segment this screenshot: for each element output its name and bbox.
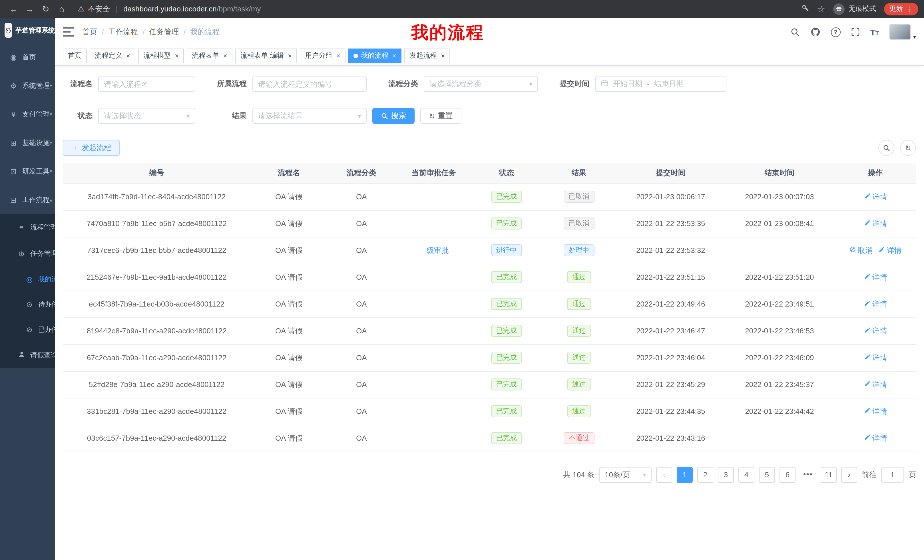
- goto-label: 前往: [862, 470, 877, 480]
- sidebar-item-home[interactable]: ◉ 首页: [0, 43, 55, 71]
- forward-icon[interactable]: →: [22, 2, 38, 16]
- sidebar-item-system[interactable]: ⚙ 系统管理 ▾: [0, 71, 55, 100]
- back-icon[interactable]: ←: [6, 2, 22, 16]
- detail-link[interactable]: 详情: [864, 299, 887, 309]
- sidebar-item-workflow[interactable]: ⊟ 工作流程 ▴: [0, 186, 55, 214]
- page-button-3[interactable]: 3: [718, 467, 734, 483]
- sidebar-toggle-icon[interactable]: [63, 27, 74, 36]
- sidebar-item-done-tasks[interactable]: ⊘ 已办任务: [0, 317, 55, 342]
- tab-6[interactable]: 我的流程×: [348, 48, 402, 63]
- status-badge: 通过: [567, 325, 591, 337]
- tab-4[interactable]: 流程表单-编辑×: [235, 48, 297, 63]
- goto-page-input[interactable]: [881, 467, 904, 483]
- result-cell: 通过: [540, 371, 617, 398]
- tab-0[interactable]: 首页: [63, 48, 87, 63]
- breadcrumb-task-management[interactable]: 任务管理: [149, 27, 179, 37]
- page-size-select[interactable]: 10条/页 ▾: [599, 467, 652, 483]
- status-badge: 通过: [567, 405, 591, 417]
- prev-page-button[interactable]: ‹: [656, 467, 672, 483]
- home-icon[interactable]: ⌂: [54, 2, 70, 16]
- status-select[interactable]: 请选择状态 ▾: [98, 108, 195, 124]
- tab-5[interactable]: 用户分组×: [300, 48, 345, 63]
- detail-link[interactable]: 详情: [864, 219, 887, 229]
- browser-menu-icon[interactable]: ⋮: [906, 5, 913, 13]
- more-pages-icon[interactable]: •••: [800, 467, 816, 483]
- process-name: OA 请假: [250, 317, 327, 344]
- process-category-select[interactable]: 请选择流程分类 ▾: [424, 76, 538, 92]
- close-icon[interactable]: ×: [392, 52, 396, 60]
- font-size-icon[interactable]: TT: [870, 27, 879, 37]
- incognito-icon: [833, 3, 844, 15]
- sidebar-item-leave-query[interactable]: 请假查询: [0, 342, 55, 368]
- search-icon[interactable]: [790, 27, 800, 37]
- fullscreen-icon[interactable]: [850, 27, 860, 36]
- detail-link[interactable]: 详情: [864, 379, 887, 389]
- tab-3[interactable]: 流程表单×: [187, 48, 232, 63]
- close-icon[interactable]: ×: [175, 52, 179, 60]
- status-badge: 通过: [567, 298, 591, 310]
- detail-link[interactable]: 详情: [878, 245, 902, 256]
- bookmark-star-icon[interactable]: ☆: [818, 4, 825, 14]
- sidebar-item-task-management[interactable]: ⊕ 任务管理 ▴: [0, 240, 55, 267]
- detail-link[interactable]: 详情: [864, 352, 887, 363]
- eye-icon: ⊙: [25, 300, 34, 308]
- address-bar[interactable]: dashboard.yudao.iocoder.cn/bpm/task/my: [123, 4, 261, 13]
- reset-button[interactable]: ↻ 重置: [420, 108, 461, 124]
- actions-cell: 详情: [835, 425, 916, 452]
- sidebar-item-process-management[interactable]: ≡ 流程管理 ▾: [0, 214, 55, 240]
- sidebar-item-payment[interactable]: ¥ 支付管理 ▾: [0, 100, 55, 129]
- close-icon[interactable]: ×: [336, 52, 340, 60]
- status-cell: 进行中: [472, 237, 540, 264]
- user-menu[interactable]: ▾: [889, 24, 916, 40]
- sidebar-item-devtools[interactable]: ⊡ 研发工具 ▾: [0, 157, 55, 186]
- cancel-link[interactable]: 取消: [849, 245, 873, 256]
- sidebar-item-infrastructure[interactable]: ⊞ 基础设施 ▾: [0, 129, 55, 157]
- update-button[interactable]: 更新 ⋮: [884, 3, 918, 15]
- tab-2[interactable]: 流程模型×: [138, 48, 184, 63]
- date-separator: -: [647, 79, 650, 88]
- status-badge: 通过: [567, 271, 591, 283]
- detail-link[interactable]: 详情: [864, 406, 887, 416]
- detail-link[interactable]: 详情: [864, 326, 887, 336]
- reload-icon[interactable]: ↻: [38, 2, 54, 16]
- page-button-11[interactable]: 11: [820, 467, 837, 483]
- page-button-1[interactable]: 1: [677, 467, 693, 483]
- submit-time-range-picker[interactable]: 开始日期 - 结束日期: [595, 76, 726, 92]
- close-icon[interactable]: ×: [126, 52, 130, 60]
- status-cell: 已完成: [472, 398, 540, 425]
- tab-1[interactable]: 流程定义×: [90, 48, 135, 63]
- current-task-link[interactable]: 一级审批: [419, 245, 449, 256]
- breadcrumb-workflow[interactable]: 工作流程: [108, 27, 138, 37]
- app-logo-row[interactable]: 芋道管理系统: [0, 18, 55, 43]
- close-icon[interactable]: ×: [441, 52, 445, 60]
- detail-link[interactable]: 详情: [864, 433, 887, 443]
- tab-7[interactable]: 发起流程×: [404, 48, 450, 63]
- column-header: 流程分类: [327, 163, 396, 183]
- github-icon[interactable]: [810, 27, 820, 37]
- security-indicator[interactable]: ⚠ 不安全: [78, 4, 110, 14]
- sidebar-item-todo-tasks[interactable]: ⊙ 待办任务: [0, 292, 55, 317]
- breadcrumb-home[interactable]: 首页: [82, 27, 97, 37]
- sidebar-item-my-process[interactable]: ◎ 我的流程: [0, 267, 55, 292]
- start-process-button[interactable]: ＋ 发起流程: [63, 140, 120, 156]
- page-button-6[interactable]: 6: [780, 467, 795, 483]
- next-page-button[interactable]: ›: [841, 467, 857, 483]
- page-button-4[interactable]: 4: [738, 467, 754, 483]
- detail-link[interactable]: 详情: [864, 272, 887, 282]
- toggle-search-button[interactable]: [878, 140, 894, 156]
- process-definition-input[interactable]: [252, 76, 367, 92]
- key-icon[interactable]: [801, 4, 810, 14]
- process-name-input[interactable]: [98, 76, 195, 92]
- result-select[interactable]: 请选择流结果 ▾: [252, 108, 367, 124]
- refresh-table-button[interactable]: ↻: [900, 140, 916, 156]
- close-icon[interactable]: ×: [288, 52, 292, 60]
- page-button-5[interactable]: 5: [759, 467, 775, 483]
- page-button-2[interactable]: 2: [697, 467, 713, 483]
- search-button[interactable]: 搜索: [372, 108, 415, 124]
- tab-label: 发起流程: [410, 51, 437, 60]
- submit-time: 2022-01-22 23:43:16: [617, 425, 724, 452]
- close-icon[interactable]: ×: [223, 52, 227, 60]
- help-icon[interactable]: ?: [831, 27, 840, 37]
- current-task: [396, 183, 472, 210]
- detail-link[interactable]: 详情: [864, 192, 887, 202]
